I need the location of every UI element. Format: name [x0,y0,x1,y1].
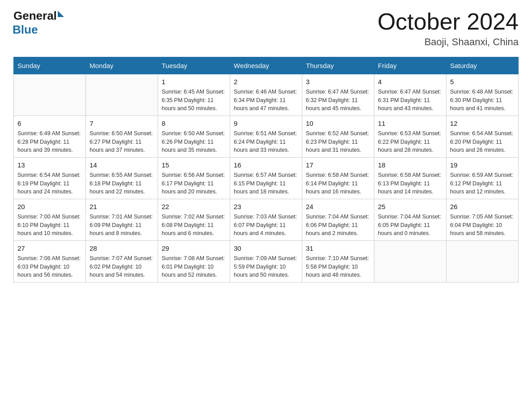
calendar-cell: 24Sunrise: 7:04 AM Sunset: 6:06 PM Dayli… [302,199,374,241]
calendar-cell: 19Sunrise: 6:59 AM Sunset: 6:12 PM Dayli… [446,158,519,199]
day-number: 29 [162,244,226,253]
day-number: 28 [90,244,154,253]
day-info: Sunrise: 6:49 AM Sunset: 6:28 PM Dayligh… [17,129,82,154]
header-row: SundayMondayTuesdayWednesdayThursdayFrid… [14,57,519,74]
day-info: Sunrise: 7:01 AM Sunset: 6:09 PM Dayligh… [90,213,154,238]
calendar-cell: 3Sunrise: 6:47 AM Sunset: 6:32 PM Daylig… [302,74,374,116]
calendar-week-row: 13Sunrise: 6:54 AM Sunset: 6:19 PM Dayli… [14,158,519,199]
calendar-cell: 12Sunrise: 6:54 AM Sunset: 6:20 PM Dayli… [446,116,519,158]
logo-general-text: General [13,9,57,23]
calendar-cell: 28Sunrise: 7:07 AM Sunset: 6:02 PM Dayli… [86,241,158,283]
day-number: 12 [450,119,515,128]
day-info: Sunrise: 6:47 AM Sunset: 6:31 PM Dayligh… [378,88,442,113]
day-info: Sunrise: 7:00 AM Sunset: 6:10 PM Dayligh… [17,213,82,238]
calendar-cell [14,74,86,116]
day-info: Sunrise: 7:05 AM Sunset: 6:04 PM Dayligh… [450,213,515,238]
day-info: Sunrise: 6:51 AM Sunset: 6:24 PM Dayligh… [234,129,298,154]
day-number: 7 [90,119,154,128]
day-number: 19 [450,160,515,170]
day-number: 17 [306,160,370,170]
day-info: Sunrise: 6:50 AM Sunset: 6:26 PM Dayligh… [162,129,226,154]
calendar-cell: 16Sunrise: 6:57 AM Sunset: 6:15 PM Dayli… [230,158,302,199]
day-number: 18 [378,160,442,170]
calendar-cell: 2Sunrise: 6:46 AM Sunset: 6:34 PM Daylig… [230,74,302,116]
day-info: Sunrise: 6:52 AM Sunset: 6:23 PM Dayligh… [306,129,370,154]
calendar-cell: 21Sunrise: 7:01 AM Sunset: 6:09 PM Dayli… [86,199,158,241]
calendar-cell: 11Sunrise: 6:53 AM Sunset: 6:22 PM Dayli… [374,116,446,158]
calendar-cell [374,241,446,283]
calendar-week-row: 6Sunrise: 6:49 AM Sunset: 6:28 PM Daylig… [14,116,519,158]
calendar-cell: 14Sunrise: 6:55 AM Sunset: 6:18 PM Dayli… [86,158,158,199]
day-info: Sunrise: 6:58 AM Sunset: 6:13 PM Dayligh… [378,171,442,196]
day-info: Sunrise: 6:56 AM Sunset: 6:17 PM Dayligh… [162,171,226,196]
calendar-cell: 5Sunrise: 6:48 AM Sunset: 6:30 PM Daylig… [446,74,519,116]
day-info: Sunrise: 6:54 AM Sunset: 6:19 PM Dayligh… [17,171,82,196]
calendar-cell: 7Sunrise: 6:50 AM Sunset: 6:27 PM Daylig… [86,116,158,158]
calendar-cell: 25Sunrise: 7:04 AM Sunset: 6:05 PM Dayli… [374,199,446,241]
calendar-week-row: 20Sunrise: 7:00 AM Sunset: 6:10 PM Dayli… [14,199,519,241]
day-number: 5 [450,77,515,87]
day-number: 13 [17,160,82,170]
calendar-cell: 31Sunrise: 7:10 AM Sunset: 5:58 PM Dayli… [302,241,374,283]
day-number: 11 [378,119,442,128]
calendar-cell: 29Sunrise: 7:08 AM Sunset: 6:01 PM Dayli… [158,241,230,283]
page-header: General Blue October 2024 Baoji, Shaanxi… [13,9,519,48]
day-info: Sunrise: 7:03 AM Sunset: 6:07 PM Dayligh… [234,213,298,238]
calendar-cell: 20Sunrise: 7:00 AM Sunset: 6:10 PM Dayli… [14,199,86,241]
logo-blue-text: Blue [13,23,38,37]
day-info: Sunrise: 6:54 AM Sunset: 6:20 PM Dayligh… [450,129,515,154]
day-info: Sunrise: 6:48 AM Sunset: 6:30 PM Dayligh… [450,88,515,113]
calendar-cell: 1Sunrise: 6:45 AM Sunset: 6:35 PM Daylig… [158,74,230,116]
day-number: 20 [17,202,82,212]
day-number: 21 [90,202,154,212]
day-info: Sunrise: 6:59 AM Sunset: 6:12 PM Dayligh… [450,171,515,196]
day-number: 6 [17,119,82,128]
day-info: Sunrise: 7:02 AM Sunset: 6:08 PM Dayligh… [162,213,226,238]
day-number: 4 [378,77,442,87]
header-day-sunday: Sunday [14,57,86,74]
header-day-friday: Friday [374,57,446,74]
day-number: 9 [234,119,298,128]
title-area: October 2024 Baoji, Shaanxi, China [378,9,519,48]
logo-arrow-icon [58,11,64,17]
day-info: Sunrise: 7:09 AM Sunset: 5:59 PM Dayligh… [234,254,298,279]
day-number: 1 [162,77,226,87]
day-info: Sunrise: 7:07 AM Sunset: 6:02 PM Dayligh… [90,254,154,279]
day-info: Sunrise: 7:04 AM Sunset: 6:06 PM Dayligh… [306,213,370,238]
calendar-week-row: 1Sunrise: 6:45 AM Sunset: 6:35 PM Daylig… [14,74,519,116]
day-number: 15 [162,160,226,170]
header-day-wednesday: Wednesday [230,57,302,74]
day-number: 14 [90,160,154,170]
header-day-monday: Monday [86,57,158,74]
calendar-cell: 22Sunrise: 7:02 AM Sunset: 6:08 PM Dayli… [158,199,230,241]
day-number: 10 [306,119,370,128]
day-number: 23 [234,202,298,212]
calendar-table: SundayMondayTuesdayWednesdayThursdayFrid… [13,57,519,283]
day-info: Sunrise: 7:06 AM Sunset: 6:03 PM Dayligh… [17,254,82,279]
calendar-cell: 4Sunrise: 6:47 AM Sunset: 6:31 PM Daylig… [374,74,446,116]
day-info: Sunrise: 6:45 AM Sunset: 6:35 PM Dayligh… [162,88,226,113]
calendar-cell: 27Sunrise: 7:06 AM Sunset: 6:03 PM Dayli… [14,241,86,283]
calendar-title: October 2024 [378,9,519,34]
calendar-cell: 6Sunrise: 6:49 AM Sunset: 6:28 PM Daylig… [14,116,86,158]
calendar-location: Baoji, Shaanxi, China [378,36,519,48]
day-number: 24 [306,202,370,212]
calendar-week-row: 27Sunrise: 7:06 AM Sunset: 6:03 PM Dayli… [14,241,519,283]
calendar-cell: 9Sunrise: 6:51 AM Sunset: 6:24 PM Daylig… [230,116,302,158]
calendar-cell: 13Sunrise: 6:54 AM Sunset: 6:19 PM Dayli… [14,158,86,199]
calendar-cell [446,241,519,283]
day-number: 26 [450,202,515,212]
calendar-cell: 10Sunrise: 6:52 AM Sunset: 6:23 PM Dayli… [302,116,374,158]
day-number: 30 [234,244,298,253]
header-day-tuesday: Tuesday [158,57,230,74]
calendar-header: SundayMondayTuesdayWednesdayThursdayFrid… [14,57,519,74]
header-day-saturday: Saturday [446,57,519,74]
calendar-cell [86,74,158,116]
day-info: Sunrise: 6:57 AM Sunset: 6:15 PM Dayligh… [234,171,298,196]
calendar-body: 1Sunrise: 6:45 AM Sunset: 6:35 PM Daylig… [14,74,519,283]
calendar-cell: 15Sunrise: 6:56 AM Sunset: 6:17 PM Dayli… [158,158,230,199]
day-info: Sunrise: 7:10 AM Sunset: 5:58 PM Dayligh… [306,254,370,279]
day-info: Sunrise: 6:53 AM Sunset: 6:22 PM Dayligh… [378,129,442,154]
day-number: 27 [17,244,82,253]
calendar-cell: 18Sunrise: 6:58 AM Sunset: 6:13 PM Dayli… [374,158,446,199]
